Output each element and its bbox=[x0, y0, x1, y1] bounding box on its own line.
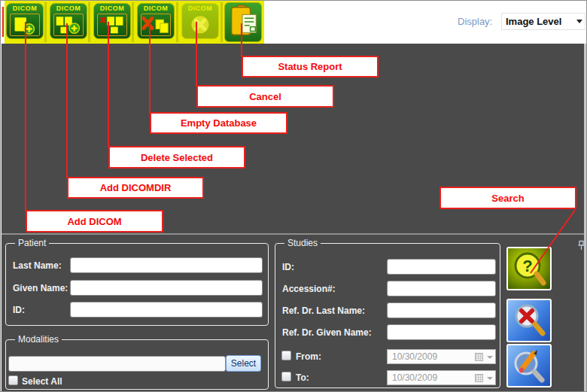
clear-search-icon bbox=[508, 300, 550, 341]
display-dropdown-value: Image Level bbox=[506, 16, 561, 27]
cancel-icon bbox=[182, 4, 218, 38]
select-all-checkbox[interactable] bbox=[8, 375, 18, 385]
last-name-label: Last Name: bbox=[13, 260, 62, 271]
status-report-icon bbox=[225, 3, 261, 41]
display-dropdown[interactable]: Image Level bbox=[501, 13, 585, 30]
cancel-button: DICOM bbox=[181, 3, 219, 39]
chevron-down-icon bbox=[576, 20, 582, 23]
ref-dr-given-name-label: Ref. Dr. Given Name: bbox=[282, 327, 372, 338]
toolbar-separator bbox=[44, 2, 47, 42]
svg-text:?: ? bbox=[522, 257, 532, 275]
callout-search: Search bbox=[439, 187, 576, 209]
clear-search-button[interactable] bbox=[506, 299, 552, 342]
display-label: Display: bbox=[458, 16, 497, 27]
callout-add-dicomdir: Add DICOMDIR bbox=[67, 177, 204, 199]
toolbar-separator bbox=[132, 2, 134, 42]
study-id-label: ID: bbox=[282, 262, 294, 272]
add-dicom-button[interactable]: DICOM bbox=[6, 3, 44, 39]
edit-search-button[interactable] bbox=[506, 344, 552, 387]
calendar-icon bbox=[475, 353, 483, 361]
given-name-input[interactable] bbox=[70, 280, 263, 296]
accession-label: Accession#: bbox=[282, 284, 336, 294]
callout-empty-database: Empty Database bbox=[150, 112, 287, 134]
modalities-input[interactable] bbox=[8, 356, 226, 372]
from-date-picker[interactable]: 10/30/2009 bbox=[387, 349, 496, 364]
delete-selected-icon bbox=[94, 4, 130, 38]
from-date-checkbox[interactable] bbox=[281, 351, 291, 360]
pin-icon[interactable] bbox=[576, 240, 585, 251]
dicom-database-window: DICOM DICOM DICOM bbox=[0, 0, 587, 392]
chevron-down-icon bbox=[487, 356, 493, 359]
callout-cancel: Cancel bbox=[196, 85, 334, 108]
ref-dr-given-name-input[interactable] bbox=[387, 324, 496, 340]
select-all-label: Select All bbox=[22, 376, 62, 387]
edit-search-icon bbox=[508, 345, 550, 386]
accession-input[interactable] bbox=[387, 281, 496, 296]
study-id-input[interactable] bbox=[387, 259, 496, 275]
empty-database-button[interactable]: DICOM bbox=[137, 3, 175, 39]
to-date-checkbox[interactable] bbox=[281, 372, 291, 381]
patient-id-input[interactable] bbox=[70, 302, 263, 318]
callout-delete-selected: Delete Selected bbox=[108, 146, 245, 169]
toolbar-separator bbox=[88, 2, 90, 42]
toolbar-separator bbox=[176, 2, 178, 42]
modalities-groupbox-title: Modalities bbox=[15, 334, 62, 345]
search-button[interactable]: ? bbox=[506, 247, 552, 290]
callout-add-dicom: Add DICOM bbox=[26, 210, 163, 232]
to-date-value: 10/30/2009 bbox=[392, 372, 437, 383]
ref-dr-last-name-label: Ref. Dr. Last Name: bbox=[282, 305, 365, 316]
select-modalities-button[interactable]: Select bbox=[226, 355, 261, 372]
add-dicomdir-button[interactable]: DICOM bbox=[50, 3, 87, 39]
add-dicomdir-icon bbox=[50, 4, 87, 38]
from-label: From: bbox=[296, 351, 321, 362]
ref-dr-last-name-input[interactable] bbox=[387, 302, 496, 318]
patient-groupbox-title: Patient bbox=[15, 238, 49, 248]
add-dicom-icon bbox=[7, 4, 43, 38]
calendar-icon bbox=[475, 374, 483, 382]
callout-status-report: Status Report bbox=[242, 56, 379, 77]
delete-selected-button[interactable]: DICOM bbox=[93, 3, 131, 39]
from-date-value: 10/30/2009 bbox=[392, 351, 437, 362]
given-name-label: Given Name: bbox=[13, 283, 68, 293]
empty-database-icon bbox=[138, 4, 174, 38]
to-date-picker[interactable]: 10/30/2009 bbox=[387, 370, 496, 385]
status-report-button[interactable] bbox=[224, 2, 262, 42]
search-icon: ? bbox=[508, 248, 550, 289]
right-border-strip bbox=[584, 44, 586, 392]
studies-groupbox-title: Studies bbox=[284, 238, 321, 248]
to-label: To: bbox=[296, 372, 309, 383]
patient-id-label: ID: bbox=[13, 305, 25, 315]
toolbar: DICOM DICOM DICOM bbox=[2, 1, 587, 44]
last-name-input[interactable] bbox=[70, 257, 263, 273]
chevron-down-icon bbox=[487, 377, 493, 380]
toolbar-separator bbox=[221, 2, 223, 42]
